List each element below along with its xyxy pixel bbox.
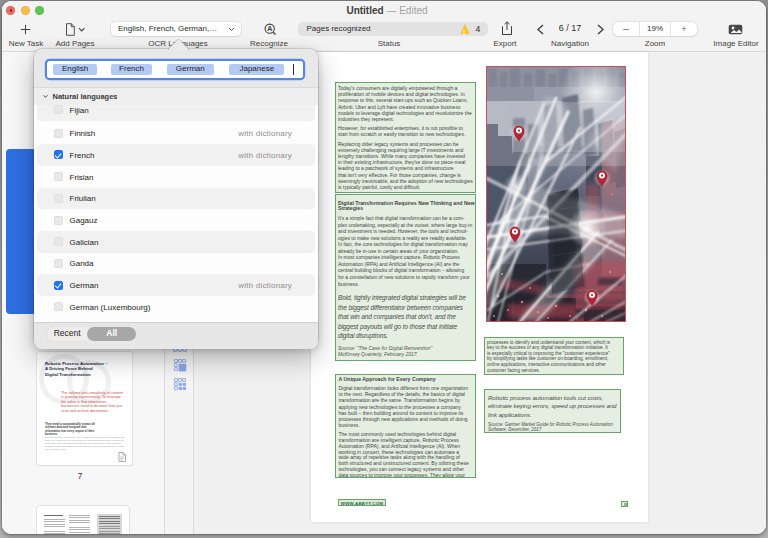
svg-text:A: A: [267, 25, 272, 32]
